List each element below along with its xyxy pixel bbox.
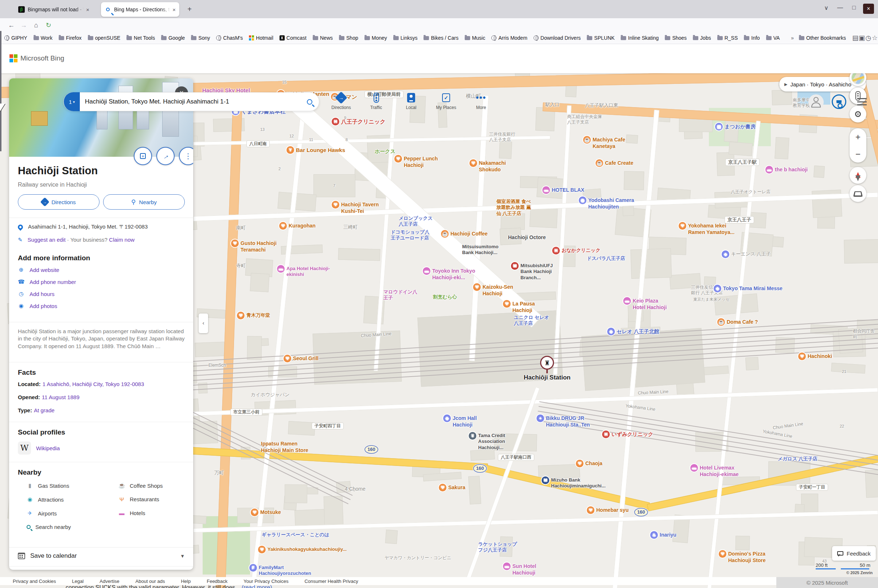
- map-label[interactable]: 八王子駅南口西: [498, 454, 534, 461]
- map-label[interactable]: Ippatsu Ramen Hachioji Main Store: [261, 441, 308, 453]
- footer-link-your-privacy-choices[interactable]: Your Privacy Choices: [243, 579, 288, 584]
- map-label[interactable]: マロウドイン八 王子: [384, 289, 417, 301]
- map-label[interactable]: ☕Doma Cafe ?: [717, 319, 758, 327]
- map-label[interactable]: ΨKuragohan: [279, 223, 316, 230]
- bookmark-google[interactable]: Google: [161, 35, 185, 41]
- nearby-attractions[interactable]: ◉Attractions: [27, 496, 64, 503]
- search-icon[interactable]: [307, 99, 312, 105]
- map-label[interactable]: Hおなかクリニック: [552, 248, 600, 255]
- nearby-button[interactable]: ⚲Nearby: [103, 194, 185, 210]
- map-label[interactable]: ◆Jcom Hall Hachioji: [443, 415, 477, 428]
- wikipedia-link[interactable]: Wikipedia: [36, 445, 60, 451]
- search-input[interactable]: [80, 98, 307, 105]
- bookmark-linksys[interactable]: Linksys: [393, 35, 418, 41]
- map-label[interactable]: 三崎町: [343, 224, 358, 230]
- result-count-badge[interactable]: 1▾: [64, 92, 80, 111]
- footer-link-privacy-and-cookies[interactable]: Privacy and Cookies: [13, 579, 56, 584]
- account-avatar[interactable]: [808, 94, 824, 110]
- footer-link-advertise[interactable]: Advertise: [99, 579, 119, 584]
- forward-button[interactable]: →: [18, 21, 30, 29]
- map-label[interactable]: ☕Machiya Cafe Kanetaya: [583, 137, 625, 150]
- nearby-airports[interactable]: ✈Airports: [27, 510, 57, 516]
- bookmark-giphy[interactable]: GIPHY: [4, 35, 27, 41]
- map-label[interactable]: 個室居酒屋 食べ 放題飲み放題 薫 仙 八王子店: [496, 199, 531, 216]
- bookmark-bikes-cars[interactable]: Bikes / Cars: [424, 35, 458, 41]
- map-label[interactable]: ΨPepper Lunch Hachioji: [394, 156, 438, 168]
- zoom-in-button[interactable]: +: [856, 132, 860, 142]
- map-label[interactable]: ドスパラ八王子店: [587, 255, 625, 261]
- footer-link-help[interactable]: Help: [181, 579, 190, 584]
- map-label[interactable]: 南町: [236, 225, 246, 231]
- window-minimize-button[interactable]: —: [835, 4, 845, 11]
- rewards-medal-icon[interactable]: [832, 94, 846, 109]
- map-label[interactable]: メロンブックス 八王子店: [399, 216, 433, 228]
- back-button[interactable]: ←: [5, 21, 18, 29]
- bookmark-jobs[interactable]: Jobs: [693, 35, 711, 41]
- map-label[interactable]: ΨHomebar syu: [587, 507, 629, 515]
- bookmark-shoes[interactable]: Shoes: [665, 35, 687, 41]
- footer-link-feedback[interactable]: Feedback: [207, 579, 228, 584]
- map-label[interactable]: ▤まつおか書房: [715, 124, 755, 131]
- map-label[interactable]: ΨYokohama Iekei Ramen Yamatoya...: [679, 223, 734, 236]
- bookmark-opensuse[interactable]: openSUSE: [88, 35, 120, 41]
- map-label[interactable]: メガロス 八王子店: [778, 456, 818, 462]
- map-label[interactable]: ΨDomino's Pizza Hachiouji Store: [719, 551, 766, 564]
- bookmark-net-tools[interactable]: Net Tools: [126, 35, 155, 41]
- map-label[interactable]: ホークス: [375, 148, 396, 155]
- map-label[interactable]: ¥Tama Credit Association Hachiouji...: [469, 433, 505, 451]
- bookmark-work[interactable]: Work: [33, 35, 52, 41]
- tab1-close-icon[interactable]: ×: [86, 6, 89, 13]
- map-label[interactable]: 八日町南: [246, 140, 270, 147]
- map-label[interactable]: ▬Toyoko Inn Tokyo Hachioji-eki...: [423, 268, 475, 281]
- claim-now-link[interactable]: Claim now: [109, 237, 135, 243]
- bookmark-r-ss[interactable]: R_SS: [717, 35, 738, 41]
- map-label[interactable]: 8: [346, 137, 348, 142]
- map-label[interactable]: 駅入口: [545, 102, 559, 108]
- map-label[interactable]: ▬Hotel Livemax Hachioji-ekimae: [690, 465, 739, 477]
- station-marker[interactable]: ♜Hachiōji Station: [524, 356, 570, 381]
- map-label[interactable]: ◉Yodobashi Camera Hachioujiten: [579, 197, 634, 210]
- footer-link-consumer-health-privacy[interactable]: Consumer Health Privacy: [304, 579, 358, 584]
- nearby-gas-stations[interactable]: ▮Gas Stations: [27, 482, 69, 489]
- browser-tab-2[interactable]: Bing Maps - Directions, trip ×: [101, 2, 179, 17]
- reload-icon[interactable]: ↻: [42, 21, 55, 29]
- map-label[interactable]: ヤマカワ・カントリー・コンビニ: [385, 555, 451, 561]
- shield-star-icon[interactable]: ☆: [872, 34, 878, 42]
- map-label[interactable]: 東京たま未来メッセ: [693, 297, 730, 302]
- map-label[interactable]: ΨNakamachi Shokudo: [469, 160, 506, 173]
- add-website-link[interactable]: ⊕Add website: [18, 267, 59, 273]
- map-label[interactable]: ΨYakinikushokagyukakuhachioujiy...: [258, 546, 347, 554]
- bookmark-firefox[interactable]: Firefox: [59, 35, 82, 41]
- tab2-close-icon[interactable]: ×: [172, 6, 176, 13]
- window-maximize-button[interactable]: □: [848, 4, 859, 11]
- map-label[interactable]: 三井住友銀行 八王子支店: [489, 132, 515, 142]
- map-label[interactable]: カイホウジャパン: [251, 392, 289, 398]
- bookmark-comcast[interactable]: XComcast: [280, 35, 307, 41]
- map-label[interactable]: ΨGusto Hachioji Teramachi: [231, 240, 277, 253]
- home-icon[interactable]: ⌂: [30, 21, 42, 29]
- new-tab-button[interactable]: +: [184, 5, 195, 14]
- map-label[interactable]: H八王子クリニック: [332, 118, 386, 126]
- map-label[interactable]: 八王子駅入口東: [585, 102, 618, 108]
- map-label[interactable]: YBar Lounge Hawks: [286, 147, 345, 154]
- map-label[interactable]: ◆セレオ 八王子北館: [607, 328, 659, 336]
- fact-value-link[interactable]: At grade: [34, 407, 55, 413]
- map-label[interactable]: ▬Sun Hotel Hachiouji: [503, 563, 536, 576]
- bookmarks-overflow-chevron[interactable]: »: [791, 35, 794, 41]
- nav-my-places[interactable]: ✓My Places: [435, 92, 457, 110]
- map-label[interactable]: ◆キーエンス 八王子: [722, 251, 771, 259]
- map-label[interactable]: 八王子オクトーレ店: [731, 189, 770, 195]
- bookmark-money[interactable]: Money: [364, 35, 387, 41]
- map-label[interactable]: 万町: [214, 470, 224, 476]
- directions-button[interactable]: →Directions: [18, 194, 99, 210]
- map-label[interactable]: Hachioji Octore: [508, 234, 545, 241]
- zoom-out-button[interactable]: −: [856, 149, 860, 159]
- map-label[interactable]: ラケットショップ フジ八王子店: [478, 542, 517, 554]
- bing-menu-icon[interactable]: [857, 98, 867, 105]
- compass-button[interactable]: [850, 167, 866, 184]
- more-options-kebab-icon[interactable]: ⋮: [179, 147, 193, 165]
- map-label[interactable]: ▬Apa Hotel Hachioji- ekinishi: [277, 266, 330, 278]
- map-label[interactable]: 寺町: [236, 263, 246, 268]
- bookmark-va[interactable]: VA: [766, 35, 780, 41]
- map-label[interactable]: ユニクロ セレオ 八王子店: [514, 315, 549, 327]
